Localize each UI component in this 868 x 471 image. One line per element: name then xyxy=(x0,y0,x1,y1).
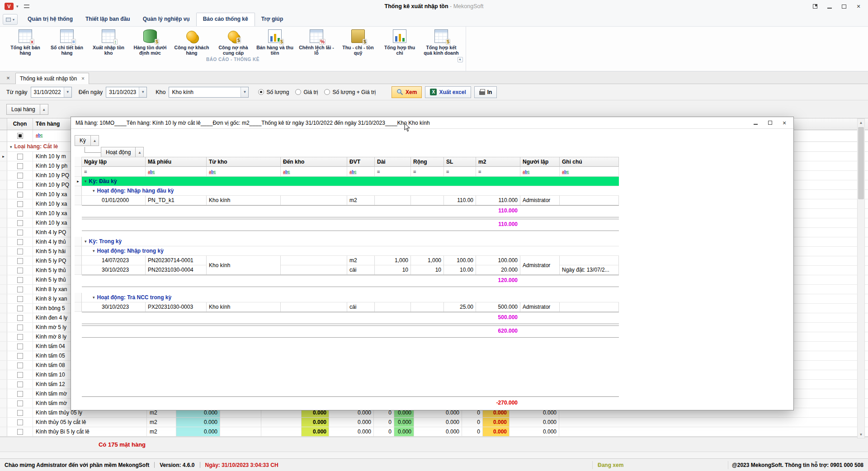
checkbox-cell[interactable] xyxy=(7,408,33,417)
checkbox-cell[interactable] xyxy=(7,171,33,180)
column-header[interactable]: Dài xyxy=(375,157,411,167)
column-header[interactable]: ĐVT xyxy=(347,157,375,167)
checkbox-cell[interactable] xyxy=(7,342,33,351)
detail-minimize-icon[interactable] xyxy=(748,118,763,128)
warehouse-select[interactable]: Kho kính▼ xyxy=(169,87,249,98)
ribbon-tab[interactable]: Quản lý nghiệp vụ xyxy=(137,13,196,26)
checkbox-cell[interactable] xyxy=(7,332,33,341)
ribbon-button[interactable]: Tổng hợp thu chi xyxy=(379,28,420,57)
maximize-window-icon[interactable] xyxy=(837,1,851,11)
view-button[interactable]: Xem xyxy=(392,86,422,98)
filter-cell[interactable]: abc xyxy=(347,167,375,177)
ribbon-button[interactable]: $Thu - chi - tồn quỹ xyxy=(337,28,379,57)
row-checkbox[interactable] xyxy=(17,325,23,330)
ribbon-button[interactable]: $Bán hàng và thu tiền xyxy=(254,28,296,57)
column-header[interactable]: Rộng xyxy=(411,157,444,167)
ribbon-tab[interactable]: Quản trị hệ thống xyxy=(21,13,79,26)
quick-access-customize-icon[interactable] xyxy=(24,5,29,8)
row-checkbox[interactable] xyxy=(17,372,23,378)
filter-cell[interactable]: abc xyxy=(281,167,347,177)
row-checkbox[interactable] xyxy=(17,296,23,302)
checkbox-cell[interactable] xyxy=(7,323,33,332)
row-checkbox[interactable] xyxy=(17,211,23,217)
ribbon-button[interactable]: $Tổng hợp kết quả kinh doanh xyxy=(420,28,462,57)
scrollbar-thumb[interactable] xyxy=(858,127,864,199)
close-all-tabs-icon[interactable]: × xyxy=(3,73,14,83)
checkbox-cell[interactable] xyxy=(7,370,33,379)
filter-cell-chon[interactable] xyxy=(7,130,33,141)
table-row[interactable]: Kính thủy 05 ly cắt lẻm20.0000.0000.0000… xyxy=(0,418,868,427)
column-header[interactable]: Ngày lập xyxy=(82,157,146,167)
group-expander-icon[interactable]: ▾ xyxy=(85,179,87,184)
group-expander-icon[interactable]: ▾ xyxy=(93,249,95,253)
checkbox-cell[interactable] xyxy=(7,361,33,370)
ribbon-group-launcher-icon[interactable]: ▾ xyxy=(458,57,463,62)
ribbon-button[interactable]: $Công nợ nhà cung cấp xyxy=(212,28,254,57)
titlebar[interactable]: V ▾ Thống kê xuất nhập tồn - MekongSoft … xyxy=(0,0,868,13)
group-row[interactable]: ▾Hoạt động: Nhập hàng đầu kỳ xyxy=(75,186,619,196)
column-header[interactable]: Mã phiếu xyxy=(146,157,207,167)
row-checkbox[interactable] xyxy=(17,287,23,292)
checkbox-cell[interactable] xyxy=(7,209,33,218)
sort-asc-icon[interactable]: ▲ xyxy=(40,104,48,114)
row-checkbox[interactable] xyxy=(17,173,23,179)
checkbox-cell[interactable] xyxy=(7,304,33,313)
export-excel-button[interactable]: X Xuất excel xyxy=(425,86,471,98)
row-checkbox[interactable] xyxy=(17,230,23,236)
row-checkbox[interactable] xyxy=(17,419,23,425)
radio-icon[interactable] xyxy=(295,89,301,95)
checkbox-cell[interactable] xyxy=(7,218,33,227)
radio-option[interactable]: Giá trị xyxy=(295,89,318,95)
checkbox-cell[interactable] xyxy=(7,275,33,284)
row-checkbox[interactable] xyxy=(17,220,23,226)
group-by-hoat-dong-button[interactable]: Hoạt động▲ xyxy=(101,147,144,158)
row-checkbox[interactable] xyxy=(17,353,23,359)
ribbon-button[interactable]: xTổng kết bán hàng xyxy=(5,28,46,57)
close-window-icon[interactable]: × xyxy=(852,1,865,11)
checkbox-cell[interactable] xyxy=(7,180,33,189)
column-header[interactable]: Đến kho xyxy=(281,157,347,167)
ribbon-button[interactable]: ↕Xuất nhập tồn kho xyxy=(88,28,129,57)
filter-cell[interactable]: abc xyxy=(146,167,207,177)
row-checkbox[interactable] xyxy=(17,382,23,387)
radio-icon[interactable] xyxy=(324,89,330,95)
group-row[interactable]: ▾Kỳ: Trong kỳ xyxy=(75,237,619,246)
group-row[interactable]: ▾Hoạt động: Nhập trong kỳ xyxy=(75,246,619,256)
filter-cell[interactable]: = xyxy=(476,167,520,177)
ribbon-tab[interactable]: Trợ giúp xyxy=(255,13,290,26)
column-header[interactable]: Người lập xyxy=(520,157,560,167)
row-checkbox[interactable] xyxy=(17,163,23,169)
checkbox-cell[interactable] xyxy=(7,351,33,360)
sort-asc-icon[interactable]: ▲ xyxy=(135,147,143,157)
filter-cell[interactable]: abc xyxy=(207,167,281,177)
row-checkbox[interactable] xyxy=(17,192,23,198)
checkbox-cell[interactable] xyxy=(7,199,33,208)
filter-cell[interactable]: abc xyxy=(560,167,619,177)
checkbox-cell[interactable] xyxy=(7,161,33,170)
row-checkbox[interactable] xyxy=(17,344,23,349)
checkbox-cell[interactable] xyxy=(7,427,33,436)
checkbox-cell[interactable] xyxy=(7,266,33,275)
radio-icon[interactable] xyxy=(258,89,264,95)
chevron-down-icon[interactable]: ▼ xyxy=(139,87,146,97)
minimize-window-icon[interactable] xyxy=(823,1,836,11)
checkbox-cell[interactable] xyxy=(7,418,33,427)
checkbox-cell[interactable] xyxy=(7,313,33,322)
group-row[interactable]: ▸▾Kỳ: Đầu kỳ xyxy=(75,177,619,186)
checkbox-cell[interactable] xyxy=(7,399,33,408)
chevron-down-icon[interactable]: ▼ xyxy=(241,87,248,97)
ribbon-tab[interactable]: Báo cáo thống kê xyxy=(196,13,255,27)
titlebar-dropdown-icon[interactable]: ▾ xyxy=(16,4,19,9)
radio-option[interactable]: Số lượng xyxy=(258,89,289,95)
checkbox-cell[interactable] xyxy=(7,228,33,237)
row-checkbox[interactable] xyxy=(17,429,23,435)
from-date-picker[interactable]: 31/10/2022▼ xyxy=(31,87,72,98)
app-logo-icon[interactable]: V xyxy=(5,3,14,10)
scale-window-icon[interactable] xyxy=(808,1,822,11)
filter-cell[interactable]: = xyxy=(82,167,146,177)
ribbon-button[interactable]: ≡Sổ chi tiết bán hàng xyxy=(46,28,88,57)
detail-window-titlebar[interactable]: Mã hàng: 10MO____Tên hàng: Kính 10 ly mờ… xyxy=(71,117,793,129)
detail-close-icon[interactable]: × xyxy=(777,118,792,128)
filter-cell[interactable]: = xyxy=(411,167,444,177)
table-row[interactable]: 30/10/2023PX20231030-0003Kho kínhcái25.0… xyxy=(75,302,619,312)
